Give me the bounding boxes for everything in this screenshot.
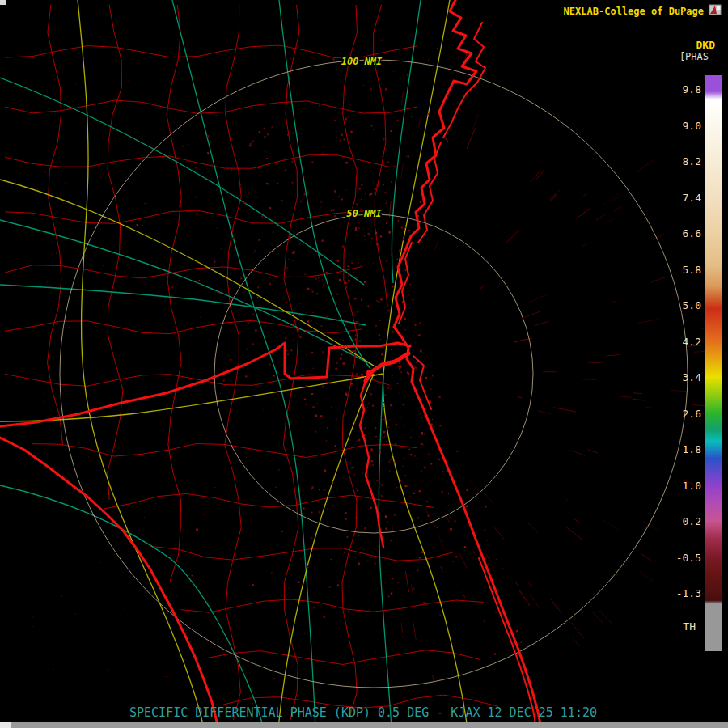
echo-speckle [264, 128, 265, 129]
echo-speckle [321, 325, 323, 327]
echo-speckle [383, 184, 384, 185]
echo-speckle [375, 651, 376, 652]
echo-speckle [33, 626, 34, 627]
echo-speckle [316, 324, 318, 325]
echo-speckle [308, 459, 309, 460]
echo-speckle [185, 659, 186, 660]
echo-speckle [249, 673, 250, 674]
echo-speckle [421, 417, 422, 418]
echo-speckle [421, 470, 422, 472]
echo-speckle [430, 463, 432, 465]
echo-speckle [349, 351, 351, 353]
echo-speckle [324, 371, 324, 372]
echo-speckle [419, 222, 421, 223]
echo-speckle [387, 161, 389, 163]
echo-speckle [357, 490, 358, 492]
echo-speckle [414, 317, 415, 318]
radial-echo-dash [564, 498, 569, 502]
echo-speckle [464, 546, 467, 548]
echo-speckle [521, 642, 522, 643]
echo-speckle [450, 516, 451, 518]
echo-speckle [362, 175, 363, 176]
echo-speckle [336, 137, 337, 138]
echo-speckle [259, 46, 260, 47]
echo-speckle [355, 339, 357, 341]
echo-speckle [320, 201, 322, 203]
echo-speckle [370, 507, 372, 509]
colorbar [705, 75, 722, 651]
echo-speckle [262, 688, 263, 688]
echo-speckle [300, 210, 301, 211]
echo-speckle [423, 602, 424, 603]
echo-speckle [292, 133, 294, 135]
echo-speckle [400, 419, 400, 420]
echo-speckle [356, 204, 358, 206]
echo-speckle [420, 350, 421, 352]
echo-speckle [246, 349, 248, 350]
colorbar-tick: 7.4 [683, 192, 701, 204]
echo-speckle [243, 63, 243, 64]
echo-speckle [217, 227, 218, 228]
echo-speckle [344, 139, 345, 141]
echo-speckle [83, 248, 84, 248]
echo-speckle [176, 596, 177, 597]
echo-speckle [419, 490, 421, 492]
echo-speckle [355, 229, 357, 231]
radial-echo-dash [640, 572, 652, 582]
echo-speckle [348, 274, 349, 276]
echo-speckle [239, 310, 240, 311]
echo-speckle [370, 571, 370, 572]
echo-speckle [231, 215, 231, 216]
echo-speckle [358, 262, 359, 263]
echo-speckle [364, 401, 365, 402]
echo-speckle [379, 449, 380, 451]
echo-speckle [368, 233, 370, 235]
echo-speckle [307, 288, 309, 290]
colorbar-tick: 9.8 [683, 83, 701, 95]
echo-speckle [343, 340, 344, 341]
colorbar-tick-labels: 9.8 9.0 8.2 7.4 6.6 5.8 5.0 4.2 3.4 2.6 … [667, 83, 701, 599]
echo-speckle [231, 169, 232, 171]
echo-speckle [392, 331, 395, 333]
radial-echo-dash [638, 320, 658, 324]
echo-speckle [353, 421, 355, 423]
echo-speckle [383, 210, 384, 210]
bottom-corner-mark [0, 722, 11, 728]
echo-speckle [311, 537, 313, 540]
county-line [5, 154, 390, 168]
range-ring-label-100nmi: 100 NMI [341, 56, 383, 67]
echo-speckle [338, 273, 339, 273]
echo-speckle [349, 116, 349, 117]
echo-speckle [319, 105, 320, 107]
echo-speckle [421, 70, 421, 70]
echo-speckle [446, 677, 447, 678]
echo-speckle [301, 133, 302, 134]
echo-speckle [188, 226, 188, 226]
echo-speckle [381, 495, 383, 497]
echo-speckle [253, 313, 254, 314]
echo-speckle [223, 379, 225, 381]
colorbar-tick: 3.4 [683, 371, 701, 383]
echo-speckle [377, 184, 379, 187]
echo-speckle [367, 362, 368, 362]
radial-echo-dash [611, 301, 617, 303]
echo-speckle [404, 318, 406, 320]
echo-speckle [367, 610, 369, 612]
echo-speckle [397, 471, 399, 472]
echo-speckle [61, 596, 62, 597]
echo-speckle [422, 443, 424, 445]
echo-speckle [370, 193, 372, 195]
echo-speckle [196, 167, 197, 168]
echo-speckle [404, 351, 404, 352]
echo-speckle [243, 202, 245, 204]
echo-speckle [389, 461, 391, 463]
echo-speckle [379, 452, 380, 454]
echo-speckle [382, 361, 383, 362]
echo-speckle [273, 678, 275, 680]
echo-speckle [456, 531, 457, 531]
echo-speckle [391, 181, 392, 183]
status-bar-text: SPECIFIC DIFFERENTIAL PHASE (KDP) 0.5 DE… [129, 705, 597, 720]
echo-speckle [99, 562, 100, 563]
echo-speckle [100, 176, 101, 177]
echo-speckle [375, 188, 376, 190]
